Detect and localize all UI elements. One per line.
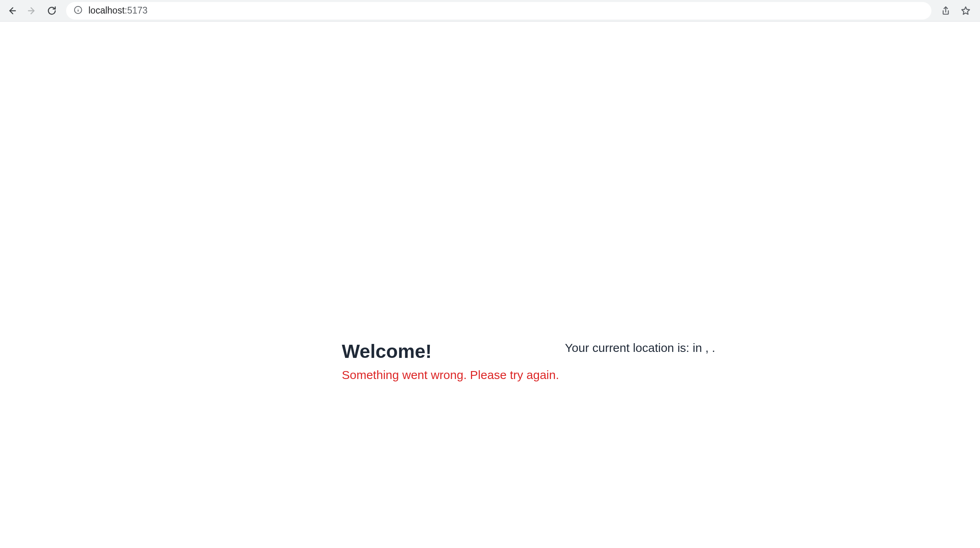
- reload-button[interactable]: [43, 2, 61, 20]
- bookmark-button[interactable]: [957, 2, 974, 20]
- site-info-icon[interactable]: [73, 5, 83, 16]
- address-bar[interactable]: localhost:5173: [66, 2, 931, 20]
- browser-toolbar: localhost:5173: [0, 0, 980, 22]
- page-title: Welcome!: [342, 340, 559, 363]
- svg-point-4: [78, 8, 78, 8]
- star-icon: [960, 6, 971, 16]
- svg-marker-5: [962, 7, 970, 14]
- error-message: Something went wrong. Please try again.: [342, 367, 559, 383]
- share-icon: [941, 6, 951, 16]
- arrow-right-icon: [27, 6, 37, 16]
- page-viewport: Welcome! Something went wrong. Please tr…: [0, 22, 980, 548]
- reload-icon: [47, 6, 57, 16]
- url-port: :5173: [125, 5, 148, 16]
- arrow-left-icon: [7, 6, 17, 16]
- back-button[interactable]: [3, 2, 21, 20]
- toolbar-right: [937, 2, 977, 20]
- location-text: Your current location is: in , .: [565, 341, 715, 355]
- url-display: localhost:5173: [88, 5, 147, 16]
- url-host: localhost: [88, 5, 125, 16]
- share-button[interactable]: [937, 2, 955, 20]
- main-content: Welcome! Something went wrong. Please tr…: [342, 340, 559, 383]
- forward-button[interactable]: [23, 2, 41, 20]
